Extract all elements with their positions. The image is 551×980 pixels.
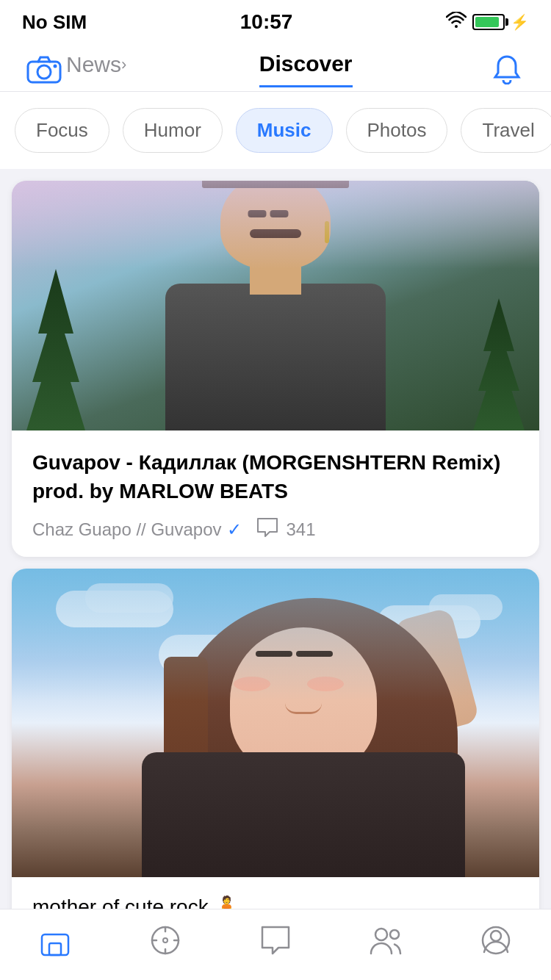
status-bar: No SIM 10:57 ⚡ (0, 0, 551, 40)
card-1-title: Guvapov - Кадиллак (MORGENSHTERN Remix) … (32, 448, 519, 505)
chat-icon (256, 921, 295, 959)
home-icon (36, 921, 74, 959)
charging-icon: ⚡ (511, 13, 529, 31)
svg-point-7 (163, 938, 168, 943)
people-icon (367, 921, 405, 959)
svg-point-13 (390, 930, 399, 939)
time-text: 10:57 (240, 10, 293, 34)
card-1-comment-count: 341 (286, 519, 315, 540)
header: News › Discover (0, 40, 551, 92)
compass-icon (146, 921, 184, 959)
category-bar: Focus Humor Music Photos Travel (0, 92, 551, 169)
category-pill-humor[interactable]: Humor (123, 108, 223, 153)
bell-button[interactable] (485, 47, 529, 91)
bottom-nav (0, 909, 551, 980)
card-2[interactable]: mother of cute rock 🧘 (12, 569, 539, 937)
camera-button[interactable] (22, 47, 66, 91)
nav-community[interactable] (331, 921, 441, 959)
card-1-author-name: Chaz Guapo // Guvapov (32, 519, 221, 540)
news-label[interactable]: News (66, 52, 121, 86)
category-pill-travel[interactable]: Travel (461, 108, 551, 153)
nav-profile[interactable] (441, 921, 551, 959)
category-pill-focus[interactable]: Focus (15, 108, 109, 153)
svg-point-3 (54, 65, 57, 68)
svg-rect-4 (42, 934, 68, 955)
nav-home[interactable] (0, 921, 110, 959)
nav-discover[interactable] (110, 921, 220, 959)
svg-rect-5 (49, 943, 61, 955)
discover-tab[interactable]: Discover (126, 51, 485, 87)
carrier-text: No SIM (22, 11, 87, 34)
battery-icon (472, 14, 505, 30)
news-chevron[interactable]: › (121, 55, 126, 83)
nav-messages[interactable] (220, 921, 331, 959)
status-right-icons: ⚡ (446, 12, 529, 32)
card-2-image (12, 569, 539, 877)
card-1-comments: 341 (256, 517, 315, 542)
svg-point-0 (455, 25, 458, 28)
profile-icon (477, 921, 515, 959)
category-pill-photos[interactable]: Photos (346, 108, 448, 153)
svg-point-15 (491, 931, 501, 941)
feed: Guvapov - Кадиллак (MORGENSHTERN Remix) … (0, 169, 551, 948)
wifi-icon (446, 12, 467, 32)
card-1-image (12, 181, 539, 430)
svg-point-12 (375, 929, 387, 940)
card-1-author: Chaz Guapo // Guvapov ✓ (32, 519, 242, 540)
category-pill-music[interactable]: Music (236, 108, 333, 153)
card-1-meta: Chaz Guapo // Guvapov ✓ 341 (32, 517, 519, 542)
svg-point-2 (37, 65, 51, 79)
card-1-body: Guvapov - Кадиллак (MORGENSHTERN Remix) … (12, 430, 539, 557)
comment-bubble-icon (256, 517, 278, 542)
card-1[interactable]: Guvapov - Кадиллак (MORGENSHTERN Remix) … (12, 181, 539, 557)
verified-icon: ✓ (227, 519, 242, 540)
